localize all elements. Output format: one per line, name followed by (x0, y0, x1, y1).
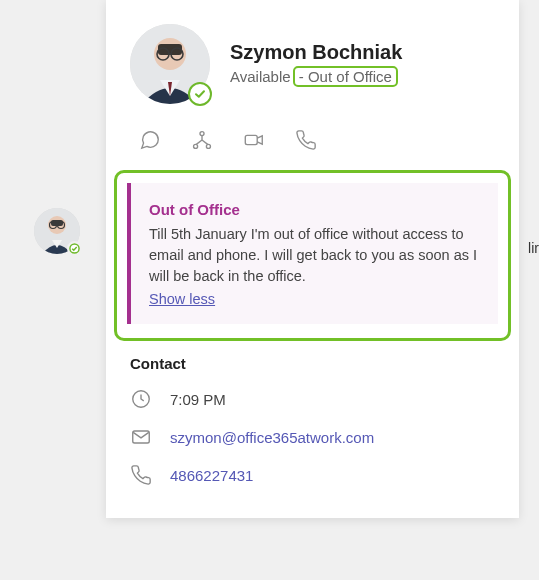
status-out-of-office-highlight: - Out of Office (293, 66, 398, 87)
phone-icon (295, 129, 317, 151)
svg-point-13 (194, 144, 198, 148)
contact-time-row: 7:09 PM (106, 380, 519, 418)
out-of-office-panel: Out of Office Till 5th January I'm out o… (127, 183, 498, 324)
video-button[interactable] (238, 124, 270, 156)
contact-heading: Contact (106, 341, 519, 380)
phone-contact-icon (130, 464, 152, 486)
svg-rect-17 (133, 431, 150, 443)
background-text-fragment: lir (528, 240, 539, 256)
profile-name: Szymon Bochniak (230, 41, 402, 64)
chat-list-avatar[interactable] (34, 208, 80, 254)
email-link[interactable]: szymon@office365atwork.com (170, 429, 374, 446)
org-icon (191, 129, 213, 151)
call-button[interactable] (290, 124, 322, 156)
svg-point-14 (206, 144, 210, 148)
video-icon (243, 129, 265, 151)
out-of-office-highlight-wrap: Out of Office Till 5th January I'm out o… (114, 170, 511, 341)
clock-icon (130, 388, 152, 410)
status-prefix: Available (230, 68, 291, 85)
local-time: 7:09 PM (170, 391, 226, 408)
org-button[interactable] (186, 124, 218, 156)
chat-icon (139, 129, 161, 151)
phone-link[interactable]: 4866227431 (170, 467, 253, 484)
presence-status: Available - Out of Office (230, 66, 402, 87)
svg-rect-15 (245, 135, 257, 144)
ooo-message: Till 5th January I'm out of office witho… (149, 224, 480, 287)
chat-button[interactable] (134, 124, 166, 156)
ooo-title: Out of Office (149, 201, 480, 218)
mail-icon (130, 426, 152, 448)
ooo-toggle[interactable]: Show less (149, 291, 215, 307)
contact-email-row: szymon@office365atwork.com (106, 418, 519, 456)
svg-point-12 (200, 132, 204, 136)
profile-avatar[interactable] (130, 24, 210, 104)
presence-badge-small (67, 241, 82, 256)
profile-card: Szymon Bochniak Available - Out of Offic… (106, 0, 519, 518)
contact-phone-row: 4866227431 (106, 456, 519, 494)
presence-badge-large (188, 82, 212, 106)
